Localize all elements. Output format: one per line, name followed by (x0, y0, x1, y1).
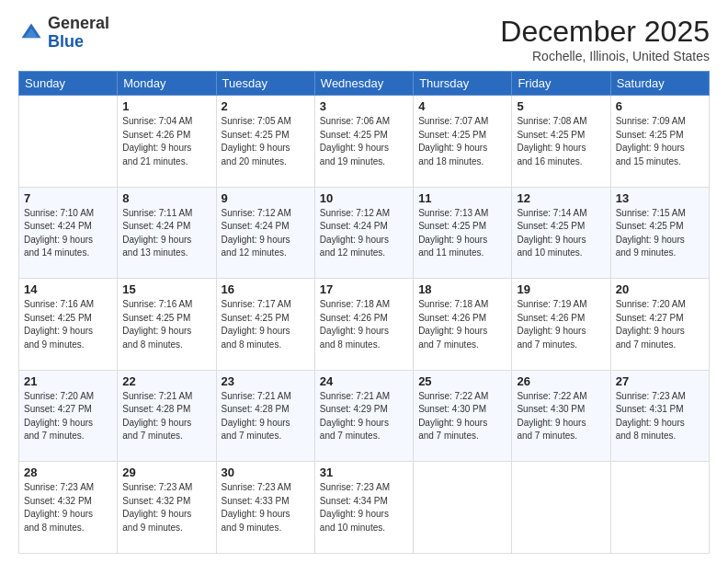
calendar-cell: 13Sunrise: 7:15 AM Sunset: 4:25 PM Dayli… (610, 187, 709, 279)
calendar-cell (414, 462, 512, 554)
day-number: 20 (616, 282, 704, 296)
month-title: December 2025 (500, 15, 710, 49)
day-number: 31 (320, 465, 408, 479)
calendar-cell: 5Sunrise: 7:08 AM Sunset: 4:25 PM Daylig… (512, 96, 610, 188)
day-info: Sunrise: 7:23 AM Sunset: 4:32 PM Dayligh… (122, 481, 210, 534)
day-info: Sunrise: 7:11 AM Sunset: 4:24 PM Dayligh… (122, 207, 210, 260)
day-info: Sunrise: 7:22 AM Sunset: 4:30 PM Dayligh… (517, 390, 605, 443)
day-info: Sunrise: 7:08 AM Sunset: 4:25 PM Dayligh… (517, 115, 605, 168)
calendar-cell: 11Sunrise: 7:13 AM Sunset: 4:25 PM Dayli… (414, 187, 512, 279)
location: Rochelle, Illinois, United States (500, 49, 710, 63)
calendar-cell (19, 96, 118, 188)
calendar-cell: 16Sunrise: 7:17 AM Sunset: 4:25 PM Dayli… (216, 279, 314, 371)
calendar-cell: 2Sunrise: 7:05 AM Sunset: 4:25 PM Daylig… (216, 96, 314, 188)
day-number: 14 (24, 282, 112, 296)
calendar-cell: 6Sunrise: 7:09 AM Sunset: 4:25 PM Daylig… (610, 96, 709, 188)
calendar-cell: 18Sunrise: 7:18 AM Sunset: 4:26 PM Dayli… (414, 279, 512, 371)
day-number: 27 (616, 374, 704, 388)
day-info: Sunrise: 7:16 AM Sunset: 4:25 PM Dayligh… (24, 298, 112, 351)
day-number: 11 (418, 191, 506, 205)
day-info: Sunrise: 7:17 AM Sunset: 4:25 PM Dayligh… (222, 298, 310, 351)
day-info: Sunrise: 7:15 AM Sunset: 4:25 PM Dayligh… (616, 207, 704, 260)
calendar-cell: 27Sunrise: 7:23 AM Sunset: 4:31 PM Dayli… (610, 370, 709, 462)
day-number: 16 (222, 282, 310, 296)
column-header-wednesday: Wednesday (314, 72, 413, 96)
day-number: 13 (616, 191, 704, 205)
week-row-3: 21Sunrise: 7:20 AM Sunset: 4:27 PM Dayli… (19, 370, 710, 462)
day-number: 5 (517, 99, 605, 113)
day-info: Sunrise: 7:20 AM Sunset: 4:27 PM Dayligh… (24, 390, 112, 443)
week-row-0: 1Sunrise: 7:04 AM Sunset: 4:26 PM Daylig… (19, 96, 710, 188)
logo-general-text: General (48, 14, 109, 32)
calendar-cell: 21Sunrise: 7:20 AM Sunset: 4:27 PM Dayli… (19, 370, 118, 462)
day-info: Sunrise: 7:12 AM Sunset: 4:24 PM Dayligh… (320, 207, 408, 260)
calendar-cell: 19Sunrise: 7:19 AM Sunset: 4:26 PM Dayli… (512, 279, 610, 371)
calendar-cell: 30Sunrise: 7:23 AM Sunset: 4:33 PM Dayli… (216, 462, 314, 554)
day-number: 1 (122, 99, 210, 113)
day-info: Sunrise: 7:23 AM Sunset: 4:34 PM Dayligh… (320, 481, 408, 534)
day-number: 7 (24, 191, 112, 205)
day-number: 6 (616, 99, 704, 113)
title-block: December 2025 Rochelle, Illinois, United… (500, 15, 710, 63)
logo-text: General Blue (48, 15, 109, 52)
day-info: Sunrise: 7:22 AM Sunset: 4:30 PM Dayligh… (418, 390, 506, 443)
calendar-cell: 8Sunrise: 7:11 AM Sunset: 4:24 PM Daylig… (118, 187, 216, 279)
calendar-cell: 24Sunrise: 7:21 AM Sunset: 4:29 PM Dayli… (314, 370, 413, 462)
day-number: 17 (320, 282, 408, 296)
calendar-cell: 23Sunrise: 7:21 AM Sunset: 4:28 PM Dayli… (216, 370, 314, 462)
calendar-cell: 31Sunrise: 7:23 AM Sunset: 4:34 PM Dayli… (314, 462, 413, 554)
day-number: 25 (418, 374, 506, 388)
column-header-tuesday: Tuesday (216, 72, 314, 96)
week-row-2: 14Sunrise: 7:16 AM Sunset: 4:25 PM Dayli… (19, 279, 710, 371)
calendar-cell: 14Sunrise: 7:16 AM Sunset: 4:25 PM Dayli… (19, 279, 118, 371)
calendar-cell: 25Sunrise: 7:22 AM Sunset: 4:30 PM Dayli… (414, 370, 512, 462)
day-number: 12 (517, 191, 605, 205)
day-number: 8 (122, 191, 210, 205)
day-number: 18 (418, 282, 506, 296)
calendar-cell: 22Sunrise: 7:21 AM Sunset: 4:28 PM Dayli… (118, 370, 216, 462)
day-info: Sunrise: 7:09 AM Sunset: 4:25 PM Dayligh… (616, 115, 704, 168)
calendar-table: SundayMondayTuesdayWednesdayThursdayFrid… (18, 71, 710, 554)
day-number: 19 (517, 282, 605, 296)
day-info: Sunrise: 7:21 AM Sunset: 4:29 PM Dayligh… (320, 390, 408, 443)
day-info: Sunrise: 7:21 AM Sunset: 4:28 PM Dayligh… (222, 390, 310, 443)
calendar-cell: 7Sunrise: 7:10 AM Sunset: 4:24 PM Daylig… (19, 187, 118, 279)
logo-icon (18, 20, 44, 46)
day-info: Sunrise: 7:20 AM Sunset: 4:27 PM Dayligh… (616, 298, 704, 351)
day-number: 26 (517, 374, 605, 388)
day-number: 28 (24, 465, 112, 479)
column-header-monday: Monday (118, 72, 216, 96)
day-number: 30 (222, 465, 310, 479)
day-number: 22 (122, 374, 210, 388)
week-row-4: 28Sunrise: 7:23 AM Sunset: 4:32 PM Dayli… (19, 462, 710, 554)
calendar-cell: 26Sunrise: 7:22 AM Sunset: 4:30 PM Dayli… (512, 370, 610, 462)
calendar-cell: 28Sunrise: 7:23 AM Sunset: 4:32 PM Dayli… (19, 462, 118, 554)
calendar-cell: 15Sunrise: 7:16 AM Sunset: 4:25 PM Dayli… (118, 279, 216, 371)
day-number: 4 (418, 99, 506, 113)
day-number: 9 (222, 191, 310, 205)
day-number: 23 (222, 374, 310, 388)
page: General Blue December 2025 Rochelle, Ill… (0, 0, 728, 563)
day-info: Sunrise: 7:04 AM Sunset: 4:26 PM Dayligh… (122, 115, 210, 168)
column-header-thursday: Thursday (414, 72, 512, 96)
calendar-cell: 20Sunrise: 7:20 AM Sunset: 4:27 PM Dayli… (610, 279, 709, 371)
column-header-saturday: Saturday (610, 72, 709, 96)
day-info: Sunrise: 7:06 AM Sunset: 4:25 PM Dayligh… (320, 115, 408, 168)
calendar-cell: 3Sunrise: 7:06 AM Sunset: 4:25 PM Daylig… (314, 96, 413, 188)
day-info: Sunrise: 7:21 AM Sunset: 4:28 PM Dayligh… (122, 390, 210, 443)
day-info: Sunrise: 7:23 AM Sunset: 4:31 PM Dayligh… (616, 390, 704, 443)
day-info: Sunrise: 7:14 AM Sunset: 4:25 PM Dayligh… (517, 207, 605, 260)
week-row-1: 7Sunrise: 7:10 AM Sunset: 4:24 PM Daylig… (19, 187, 710, 279)
header: General Blue December 2025 Rochelle, Ill… (18, 15, 710, 63)
day-info: Sunrise: 7:10 AM Sunset: 4:24 PM Dayligh… (24, 207, 112, 260)
calendar-cell (610, 462, 709, 554)
calendar-cell: 4Sunrise: 7:07 AM Sunset: 4:25 PM Daylig… (414, 96, 512, 188)
calendar-cell: 29Sunrise: 7:23 AM Sunset: 4:32 PM Dayli… (118, 462, 216, 554)
day-number: 3 (320, 99, 408, 113)
day-info: Sunrise: 7:18 AM Sunset: 4:26 PM Dayligh… (418, 298, 506, 351)
day-info: Sunrise: 7:13 AM Sunset: 4:25 PM Dayligh… (418, 207, 506, 260)
day-number: 15 (122, 282, 210, 296)
day-info: Sunrise: 7:19 AM Sunset: 4:26 PM Dayligh… (517, 298, 605, 351)
day-number: 29 (122, 465, 210, 479)
calendar-cell: 1Sunrise: 7:04 AM Sunset: 4:26 PM Daylig… (118, 96, 216, 188)
